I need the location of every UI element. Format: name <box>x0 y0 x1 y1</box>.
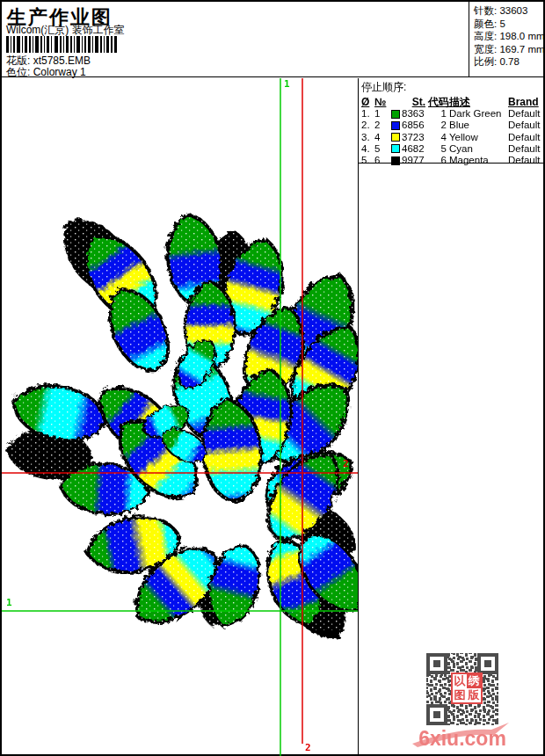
color-swatch <box>391 110 400 119</box>
table-row: 4. 5 4682 5 Cyan Default <box>361 143 544 155</box>
col-description: 描述 <box>449 97 505 108</box>
stat-scale: 比例: 0.78 <box>474 55 543 69</box>
stat-width: 宽度: 169.7 mm <box>474 43 543 56</box>
barcode-icon <box>6 36 118 53</box>
embroidery-design <box>2 78 358 756</box>
side-panel: 停止顺序: Ø № St. 代码 描述 Brand 元素 1. 1 8363 1… <box>358 78 543 756</box>
header: 生产作业图 Wilcom(汇京) 装饰工作室 花版: xt5785.EMB <box>2 2 543 77</box>
table-row: 5. 6 9977 6 Magenta Default <box>361 155 544 166</box>
red-seal-stamp: 以 绣 图 版 <box>451 672 483 704</box>
production-worksheet: 生产作业图 Wilcom(汇京) 装饰工作室 花版: xt5785.EMB <box>0 0 545 756</box>
col-brand: Brand <box>508 97 545 108</box>
color-swatch <box>391 144 400 153</box>
table-header-row: Ø № St. 代码 描述 Brand 元素 <box>361 97 544 108</box>
color-swatch <box>391 133 400 142</box>
col-code: 代码 <box>428 97 447 108</box>
colorway-label: 色位: <box>6 66 30 78</box>
color-swatch <box>391 121 400 130</box>
col-stitches: St. <box>391 97 425 108</box>
table-row: 1. 1 8363 1 Dark Green Default <box>361 108 544 120</box>
colorway-value: Colorway 1 <box>33 66 86 78</box>
start-marker-top: 1 <box>284 79 290 89</box>
end-marker-bottom: 2 <box>305 743 311 752</box>
stat-colors: 颜色: 5 <box>474 18 543 31</box>
stat-height: 高度: 198.0 mm <box>474 30 543 43</box>
design-canvas: 1 1 2 2 <box>2 78 358 756</box>
table-row: 3. 4 3723 4 Yellow Default <box>361 132 544 143</box>
table-row: 2. 2 6856 2 Blue Default <box>361 120 544 131</box>
watermark-text: 6xiu.com <box>413 727 512 751</box>
col-needle: № <box>374 97 389 108</box>
header-left: 生产作业图 Wilcom(汇京) 装饰工作室 花版: xt5785.EMB <box>2 2 469 77</box>
stat-stitches: 针数: 33603 <box>474 4 543 18</box>
stitch-speckles <box>9 210 355 630</box>
stop-sequence-title: 停止顺序: <box>361 80 544 95</box>
stats-panel: 针数: 33603 颜色: 5 高度: 198.0 mm 宽度: 169.7 m… <box>469 2 543 77</box>
color-swatch <box>391 156 400 165</box>
start-marker-left: 1 <box>6 598 12 607</box>
end-marker-right: 2 <box>343 459 349 469</box>
stop-sequence-table: 停止顺序: Ø № St. 代码 描述 Brand 元素 1. 1 8363 1… <box>359 78 544 164</box>
col-stop: Ø <box>361 97 372 108</box>
